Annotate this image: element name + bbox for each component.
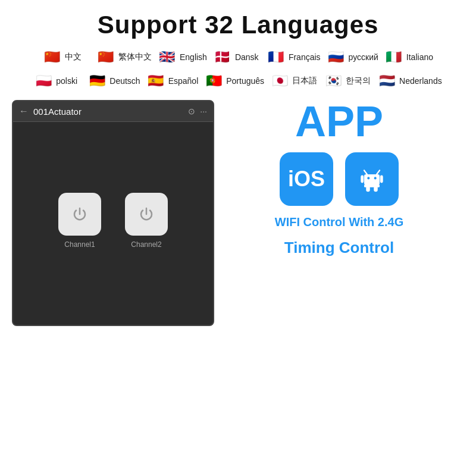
lang-item: 🇬🇧English	[158, 48, 207, 67]
power-icon-1	[70, 205, 89, 224]
lang-label: русский	[349, 52, 378, 62]
lang-row-2: 🇵🇱polski🇩🇪Deutsch🇪🇸Español🇵🇹Português🇯🇵日…	[12, 71, 464, 90]
svg-line-1	[364, 170, 367, 174]
flag-icon: 🇩🇰	[213, 48, 232, 67]
phone-channels: Channel1 Channel2	[58, 193, 168, 249]
lang-label: 日本語	[292, 76, 317, 86]
lang-label: Italiano	[406, 52, 433, 62]
wifi-label: WIFI Control With 2.4G	[275, 215, 403, 229]
main-title: Support 32 Languages	[98, 11, 379, 39]
flag-icon: 🇨🇳	[43, 48, 62, 67]
os-icons-row: iOS	[280, 152, 399, 206]
android-icon-box[interactable]	[345, 152, 399, 206]
phone-mockup: ← 001Actuator ⊙ ···	[12, 100, 214, 326]
lang-item: 🇪🇸Español	[146, 71, 199, 90]
channel2-label: Channel2	[131, 240, 161, 249]
lang-item: 🇮🇹Italiano	[384, 48, 433, 67]
app-title: APP	[295, 100, 383, 143]
lang-item: 🇳🇱Nederlands	[377, 71, 442, 90]
lang-item: 🇨🇳中文	[43, 48, 90, 67]
svg-rect-9	[364, 184, 380, 187]
channel1-label: Channel1	[64, 240, 95, 249]
flag-icon: 🇮🇹	[384, 48, 403, 67]
lang-label: Español	[168, 76, 199, 86]
flag-icon: 🇬🇧	[158, 48, 177, 67]
lang-item: 🇵🇹Português	[204, 71, 264, 90]
ios-label: iOS	[288, 167, 325, 192]
more-icon: ···	[200, 107, 207, 116]
channel1-button[interactable]	[58, 193, 101, 236]
lang-label: polski	[56, 76, 77, 86]
timing-label: Timing Control	[284, 239, 394, 257]
lang-label: Deutsch	[109, 76, 140, 86]
phone-header: ← 001Actuator ⊙ ···	[13, 101, 213, 122]
channel2-wrap: Channel2	[125, 193, 168, 249]
flag-icon: 🇳🇱	[377, 71, 396, 90]
power-icon-2	[137, 205, 156, 224]
lang-item: 🇰🇷한국의	[324, 71, 371, 90]
bottom-section: ← 001Actuator ⊙ ···	[12, 100, 464, 470]
record-icon: ⊙	[188, 107, 195, 116]
flag-icon: 🇪🇸	[146, 71, 165, 90]
lang-item: 🇫🇷Français	[267, 48, 321, 67]
lang-row-1: 🇨🇳中文🇨🇳繁体中文🇬🇧English🇩🇰Dansk🇫🇷Français🇷🇺ру…	[12, 48, 464, 67]
lang-label: Dansk	[235, 52, 259, 62]
lang-item: 🇩🇰Dansk	[213, 48, 261, 67]
phone-body: Channel1 Channel2	[13, 122, 213, 319]
lang-label: English	[180, 52, 207, 62]
lang-label: Nederlands	[399, 76, 442, 86]
svg-line-2	[377, 170, 380, 174]
flag-icon: 🇨🇳	[96, 48, 115, 67]
flag-icon: 🇵🇱	[34, 71, 53, 90]
lang-item: 🇷🇺русский	[327, 48, 378, 67]
language-section: 🇨🇳中文🇨🇳繁体中文🇬🇧English🇩🇰Dansk🇫🇷Français🇷🇺ру…	[12, 48, 464, 90]
lang-item: 🇵🇱polski	[34, 71, 82, 90]
phone-app-title: 001Actuator	[33, 107, 183, 117]
channel2-button[interactable]	[125, 193, 168, 236]
lang-label: 中文	[65, 52, 82, 62]
lang-label: Français	[289, 52, 321, 62]
flag-icon: 🇵🇹	[204, 71, 223, 90]
flag-icon: 🇷🇺	[327, 48, 346, 67]
flag-icon: 🇩🇪	[87, 71, 107, 90]
lang-item: 🇨🇳繁体中文	[96, 48, 152, 67]
right-section: APP iOS	[214, 100, 464, 257]
svg-rect-5	[361, 176, 364, 183]
lang-item: 🇯🇵日本語	[270, 71, 318, 90]
lang-label: 繁体中文	[118, 52, 152, 62]
ios-icon-box[interactable]: iOS	[280, 152, 333, 206]
flag-icon: 🇰🇷	[324, 71, 343, 90]
svg-point-3	[367, 177, 369, 179]
lang-item: 🇩🇪Deutsch	[87, 71, 140, 90]
lang-label: 한국의	[346, 76, 371, 86]
lang-label: Português	[226, 76, 264, 86]
svg-rect-0	[364, 174, 380, 185]
flag-icon: 🇫🇷	[267, 48, 286, 67]
page: Support 32 Languages 🇨🇳中文🇨🇳繁体中文🇬🇧English…	[0, 0, 476, 476]
flag-icon: 🇯🇵	[270, 71, 289, 90]
phone-header-icons: ⊙ ···	[188, 107, 207, 116]
android-robot-icon	[356, 164, 387, 195]
svg-rect-6	[380, 176, 383, 183]
back-icon: ←	[19, 106, 29, 117]
channel1-wrap: Channel1	[58, 193, 101, 249]
svg-point-4	[374, 177, 377, 179]
